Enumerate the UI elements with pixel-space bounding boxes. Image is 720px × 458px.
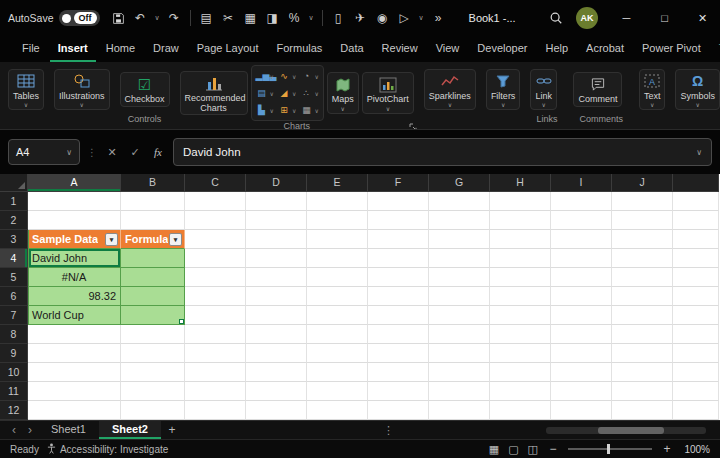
zoom-slider[interactable]: [568, 448, 652, 450]
cell-B9[interactable]: [121, 344, 185, 363]
horizontal-scrollbar-thumb[interactable]: [598, 427, 664, 434]
formula-input[interactable]: David John ∨: [173, 138, 712, 166]
cell-F9[interactable]: [368, 344, 429, 363]
cell-F2[interactable]: [368, 211, 429, 230]
cell-I4[interactable]: [551, 249, 612, 268]
cell-I2[interactable]: [551, 211, 612, 230]
cell-H3[interactable]: [490, 230, 551, 249]
cell-B4[interactable]: [121, 249, 185, 268]
column-chart-button[interactable]: ▂▅▃∨: [256, 68, 274, 84]
cell-A5[interactable]: #N/A: [28, 268, 121, 287]
cell-D9[interactable]: [246, 344, 307, 363]
tab-power-pivot[interactable]: Power Pivot: [634, 36, 709, 62]
cell-I3[interactable]: [551, 230, 612, 249]
select-all-corner[interactable]: [0, 174, 28, 192]
close-button[interactable]: ✕: [685, 0, 720, 36]
cell-I8[interactable]: [551, 325, 612, 344]
play-icon[interactable]: ▷: [395, 6, 414, 30]
maximize-button[interactable]: □: [647, 0, 682, 36]
cell-I11[interactable]: [551, 382, 612, 401]
cell-H12[interactable]: [490, 401, 551, 420]
cell-B7[interactable]: [121, 306, 185, 325]
cell-H8[interactable]: [490, 325, 551, 344]
search-icon[interactable]: [546, 6, 565, 30]
cell-B2[interactable]: [121, 211, 185, 230]
cell-H11[interactable]: [490, 382, 551, 401]
accessibility-status[interactable]: Accessibility: Investigate: [47, 443, 168, 456]
column-header-J[interactable]: J: [612, 174, 673, 192]
cell-J1[interactable]: [612, 192, 673, 211]
row-header-5[interactable]: 5: [0, 268, 28, 287]
cell-F3[interactable]: [368, 230, 429, 249]
sheet-tab-sheet1[interactable]: Sheet1: [38, 421, 99, 439]
row-header-2[interactable]: 2: [0, 211, 28, 230]
charts-dialog-launcher-icon[interactable]: [409, 123, 417, 130]
zoom-in-button[interactable]: +: [661, 442, 673, 456]
cell-A7[interactable]: World Cup: [28, 306, 121, 325]
column-header-G[interactable]: G: [429, 174, 490, 192]
cell-D8[interactable]: [246, 325, 307, 344]
overflow-icon[interactable]: »: [429, 6, 448, 30]
tab-view[interactable]: View: [428, 36, 468, 62]
column-header-I[interactable]: I: [551, 174, 612, 192]
cell-D6[interactable]: [246, 287, 307, 306]
insert-function-button[interactable]: fx: [150, 146, 166, 158]
cell-H9[interactable]: [490, 344, 551, 363]
page-break-view-icon[interactable]: ◫: [528, 443, 538, 456]
cell-J6[interactable]: [612, 287, 673, 306]
symbols-button[interactable]: Ω Symbols ∨: [675, 69, 720, 111]
column-header-B[interactable]: B: [121, 174, 185, 192]
cell-J3[interactable]: [612, 230, 673, 249]
cell-J4[interactable]: [612, 249, 673, 268]
link-button[interactable]: Link ∨: [530, 69, 557, 111]
zoom-slider-thumb[interactable]: [607, 444, 610, 454]
camera-icon[interactable]: ◉: [373, 6, 392, 30]
cell-J9[interactable]: [612, 344, 673, 363]
column-header-A[interactable]: A: [28, 174, 121, 192]
cell-A6[interactable]: 98.32: [28, 287, 121, 306]
cell-I10[interactable]: [551, 363, 612, 382]
cell-C10[interactable]: [185, 363, 246, 382]
cell-B11[interactable]: [121, 382, 185, 401]
cut-icon[interactable]: ✂: [219, 6, 238, 30]
cell-D10[interactable]: [246, 363, 307, 382]
cancel-button[interactable]: ✕: [104, 146, 120, 159]
cell-B12[interactable]: [121, 401, 185, 420]
row-header-1[interactable]: 1: [0, 192, 28, 211]
checkbox-button[interactable]: ☑ Checkbox: [120, 72, 170, 107]
cell-B8[interactable]: [121, 325, 185, 344]
cell-F11[interactable]: [368, 382, 429, 401]
clipboard-icon[interactable]: ▤: [197, 6, 216, 30]
text-button[interactable]: A Text ∨: [639, 69, 666, 111]
percent-icon[interactable]: %: [285, 6, 304, 30]
cell-G8[interactable]: [429, 325, 490, 344]
row-header-7[interactable]: 7: [0, 306, 28, 325]
cell-I7[interactable]: [551, 306, 612, 325]
cell-F6[interactable]: [368, 287, 429, 306]
formula-bar-expand-icon[interactable]: ∨: [696, 148, 702, 157]
maps-button[interactable]: Maps ∨: [327, 72, 359, 114]
cell-F5[interactable]: [368, 268, 429, 287]
cell-J12[interactable]: [612, 401, 673, 420]
cell-C11[interactable]: [185, 382, 246, 401]
cell-C6[interactable]: [185, 287, 246, 306]
cell-G1[interactable]: [429, 192, 490, 211]
cell-J8[interactable]: [612, 325, 673, 344]
cell-C9[interactable]: [185, 344, 246, 363]
cell-D12[interactable]: [246, 401, 307, 420]
cell-B10[interactable]: [121, 363, 185, 382]
row-header-3[interactable]: 3: [0, 230, 28, 249]
cell-G10[interactable]: [429, 363, 490, 382]
undo-chevron-icon[interactable]: ∨: [153, 14, 162, 22]
tab-review[interactable]: Review: [374, 36, 426, 62]
cell-E6[interactable]: [307, 287, 368, 306]
cell-F1[interactable]: [368, 192, 429, 211]
cell-G7[interactable]: [429, 306, 490, 325]
cell-D3[interactable]: [246, 230, 307, 249]
cell-A4[interactable]: David John: [28, 249, 121, 268]
cell-B6[interactable]: [121, 287, 185, 306]
cell-E11[interactable]: [307, 382, 368, 401]
avatar[interactable]: AK: [576, 7, 598, 29]
cell-J5[interactable]: [612, 268, 673, 287]
send-icon[interactable]: ✈: [351, 6, 370, 30]
